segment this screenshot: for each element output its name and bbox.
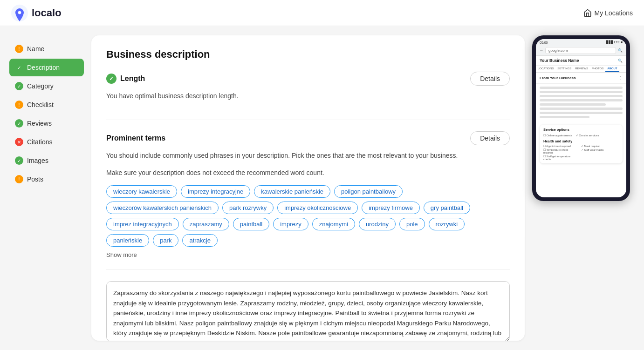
sidebar-item-category[interactable]: ✓ Category xyxy=(9,77,84,95)
tag-item[interactable]: znajomymi xyxy=(312,218,355,230)
phone-health-1: ☐ Appointment required xyxy=(543,145,577,148)
phone-line-4 xyxy=(540,99,623,101)
tag-item[interactable]: kawalerskie panieńskie xyxy=(254,185,330,198)
tag-item[interactable]: imprezy xyxy=(273,218,308,230)
phone-business-row: Your Business Name 🔍 xyxy=(536,56,626,66)
logo-icon xyxy=(11,5,28,21)
sidebar-item-name[interactable]: ! Name xyxy=(9,40,84,58)
tag-item[interactable]: paintball xyxy=(233,218,269,230)
prominent-section-header: Prominent terms Details xyxy=(106,131,510,145)
phone-line-1 xyxy=(540,87,623,89)
my-locations-link[interactable]: My Locations xyxy=(583,9,633,17)
phone-from-business-label: From Your Business xyxy=(540,76,576,80)
main-layout: ! Name ✓ Description ✓ Category ! Checkl… xyxy=(0,26,644,350)
phone-line-2 xyxy=(540,91,623,93)
tag-item[interactable]: imprezy integracyjne xyxy=(181,185,250,198)
phone-service-col1: ☐ Online appointments xyxy=(543,134,572,137)
tag-item[interactable]: rozrywki xyxy=(429,218,465,230)
description-textarea[interactable] xyxy=(106,281,510,341)
phone-health-items: ☐ Appointment required ✓ Mask required ☐… xyxy=(543,145,619,161)
phone-service-col2: ✓ On-site services xyxy=(576,134,599,137)
prominent-section: Prominent terms Details You should inclu… xyxy=(106,131,510,270)
phone-health-3: ☐ Temperature check required xyxy=(543,148,577,154)
page-title: Business description xyxy=(106,48,510,61)
tag-item[interactable]: atrakcje xyxy=(182,234,218,247)
status-dot-images: ✓ xyxy=(15,156,23,165)
svg-point-1 xyxy=(19,11,21,13)
tag-item[interactable]: wieczory kawalerskie xyxy=(106,185,177,198)
textarea-section: Your content is only stored locally. 93 … xyxy=(106,281,510,341)
sidebar: ! Name ✓ Description ✓ Category ! Checkl… xyxy=(9,35,84,341)
length-details-button[interactable]: Details xyxy=(470,72,510,86)
phone-nav-tabs: LOCATIONS SETTINGS REVIEWS PHOTOS ABOUT xyxy=(536,66,626,73)
sidebar-item-description[interactable]: ✓ Description xyxy=(9,59,84,76)
phone-health-2: ✓ Mask required xyxy=(581,145,615,148)
phone-tab-photos: PHOTOS xyxy=(590,66,605,72)
show-more[interactable]: Show more xyxy=(106,251,510,258)
phone-content-lines xyxy=(536,84,626,123)
logo-text: localo xyxy=(32,7,62,19)
phone-tab-settings: SETTINGS xyxy=(555,66,573,72)
status-dot-reviews: ✓ xyxy=(15,119,23,128)
phone-status-bar: 05:00 ▊▊▊ LTE ■ xyxy=(536,39,626,46)
phone-from-business-row: From Your Business ⋮ xyxy=(536,73,626,84)
phone-health-title: Health and safety xyxy=(543,139,619,143)
tag-item[interactable]: urodziny xyxy=(359,218,396,230)
sidebar-item-citations[interactable]: ✕ Citations xyxy=(9,133,84,151)
status-dot-category: ✓ xyxy=(15,82,23,90)
tag-item[interactable]: panieńskie xyxy=(106,234,149,247)
tag-item[interactable]: pole xyxy=(399,218,425,230)
prominent-section-title: Prominent terms xyxy=(106,134,165,142)
prominent-details-button[interactable]: Details xyxy=(470,131,510,145)
sidebar-item-reviews[interactable]: ✓ Reviews xyxy=(9,114,84,132)
length-section: ✓ Length Details You have optimal busine… xyxy=(106,72,510,120)
phone-mockup: 05:00 ▊▊▊ LTE ■ ← google.com 🔍 Your Busi… xyxy=(532,35,630,201)
tag-item[interactable]: zapraszamy xyxy=(183,218,229,230)
tag-item[interactable]: park xyxy=(153,234,178,247)
tag-item[interactable]: imprezy okolicznościowe xyxy=(277,202,358,214)
phone-tab-reviews: REVIEWS xyxy=(573,66,590,72)
phone-search-icon: 🔍 xyxy=(618,48,623,53)
phone-service-title: Service options xyxy=(543,128,619,132)
phone-tab-about: ABOUT xyxy=(605,66,619,72)
phone-health-4: ✓ Staff wear masks xyxy=(581,148,615,154)
phone-tab-locations: LOCATIONS xyxy=(536,66,555,72)
logo[interactable]: localo xyxy=(11,5,62,21)
phone-url-row: ← google.com 🔍 xyxy=(536,46,626,56)
sidebar-item-checklist[interactable]: ! Checklist xyxy=(9,96,84,114)
length-description: You have optimal business description le… xyxy=(106,91,510,101)
length-check-icon: ✓ xyxy=(106,74,116,84)
phone-line-7 xyxy=(540,112,623,114)
phone-more-icon: ⋮ xyxy=(618,75,623,81)
phone-search-icon2: 🔍 xyxy=(618,59,623,63)
prominent-desc-line2: Make sure your description does not exce… xyxy=(106,168,510,178)
phone-screen: 05:00 ▊▊▊ LTE ■ ← google.com 🔍 Your Busi… xyxy=(536,39,626,197)
phone-line-5 xyxy=(540,103,606,106)
sidebar-item-posts[interactable]: ! Posts xyxy=(9,170,84,188)
tag-item[interactable]: imprez integracyjnych xyxy=(106,218,179,230)
phone-time: 05:00 xyxy=(540,41,548,44)
phone-service-row1: ☐ Online appointments ✓ On-site services xyxy=(543,134,619,137)
tag-item[interactable]: poligon paintballowy xyxy=(334,185,403,198)
content-area: Business description ✓ Length Details Yo… xyxy=(91,35,525,341)
home-icon xyxy=(583,9,592,17)
phone-line-3 xyxy=(540,95,623,97)
prominent-desc-line1: You should include commonly used phrases… xyxy=(106,151,510,161)
status-dot-posts: ! xyxy=(15,175,23,183)
phone-business-name: Your Business Name xyxy=(540,58,579,63)
sidebar-item-images[interactable]: ✓ Images xyxy=(9,152,84,169)
phone-back-arrow: ← xyxy=(540,48,543,53)
tag-item[interactable]: park rozrywky xyxy=(222,202,274,214)
tag-item[interactable]: wieczorów kawalerskich panieńskich xyxy=(106,202,219,214)
length-section-title: ✓ Length xyxy=(106,74,145,84)
status-dot-name: ! xyxy=(15,45,23,53)
phone-url-text: google.com xyxy=(548,48,568,53)
length-section-header: ✓ Length Details xyxy=(106,72,510,86)
status-dot-citations: ✕ xyxy=(15,138,23,146)
tag-item[interactable]: imprezy firmowe xyxy=(362,202,420,214)
status-dot-checklist: ! xyxy=(15,101,23,109)
tag-item[interactable]: gry paintball xyxy=(424,202,470,214)
phone-signal: ▊▊▊ LTE ■ xyxy=(606,40,623,44)
phone-service-card: Service options ☐ Online appointments ✓ … xyxy=(540,125,623,163)
phone-health-5: ☐ Staff get temperature checks xyxy=(543,155,577,161)
